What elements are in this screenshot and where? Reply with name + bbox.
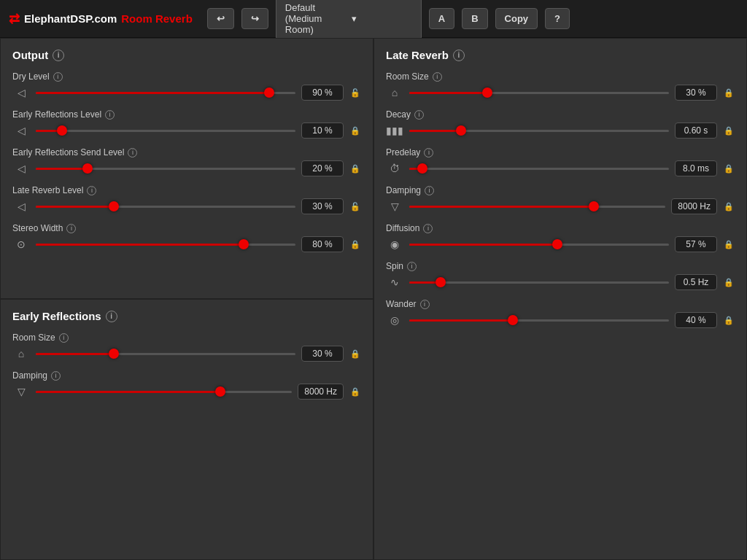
help-button[interactable]: ? — [545, 8, 570, 29]
lock-icon[interactable]: 🔒 — [349, 164, 361, 174]
slider-label-text: Spin — [386, 261, 403, 271]
slider-info-icon[interactable]: i — [407, 262, 417, 271]
slider-label-text: Dry Level — [12, 71, 50, 82]
slider-thumb[interactable] — [456, 125, 466, 136]
slider-info-icon[interactable]: i — [423, 224, 433, 233]
slider-info-icon[interactable]: i — [66, 224, 76, 233]
slider-row: Damping i▽8000 Hz🔒 — [386, 185, 735, 214]
slider-info-icon[interactable]: i — [53, 72, 63, 82]
slider-track[interactable] — [409, 123, 669, 138]
slider-fill — [409, 206, 594, 208]
slider-track[interactable] — [409, 237, 669, 252]
slider-track[interactable] — [36, 199, 295, 214]
late-reverb-info-icon[interactable]: i — [453, 50, 465, 61]
slider-thumb[interactable] — [417, 163, 427, 174]
slider-label: Decay i — [386, 109, 735, 120]
slider-info-icon[interactable]: i — [424, 148, 433, 158]
slider-track[interactable] — [409, 199, 665, 214]
a-button[interactable]: A — [429, 8, 454, 29]
slider-thumb[interactable] — [109, 201, 119, 211]
slider-thumb[interactable] — [552, 239, 562, 249]
slider-thumb[interactable] — [482, 88, 492, 98]
slider-value: 8.0 ms — [675, 160, 717, 176]
slider-fill — [36, 206, 114, 208]
slider-control: ◎40 %🔒 — [386, 312, 735, 328]
preset-dropdown[interactable]: Default (Medium Room) ▾ — [276, 0, 422, 40]
slider-track[interactable] — [409, 161, 669, 176]
lock-icon[interactable]: 🔒 — [723, 240, 735, 249]
late-reverb-panel: Late Reverb i Room Size i⌂30 %🔒Decay i▮▮… — [374, 38, 747, 560]
slider-icon: ⊙ — [12, 238, 30, 250]
lock-icon[interactable]: 🔒 — [349, 126, 361, 136]
slider-thumb[interactable] — [57, 125, 67, 136]
output-info-icon[interactable]: i — [53, 50, 64, 61]
slider-thumb[interactable] — [508, 315, 518, 325]
lock-icon[interactable]: 🔒 — [349, 387, 361, 397]
output-panel: Output i Dry Level i◁90 %🔓Early Reflecti… — [0, 38, 374, 299]
slider-info-icon[interactable]: i — [128, 148, 137, 158]
slider-label: Stereo Width i — [12, 223, 361, 233]
lock-icon[interactable]: 🔒 — [723, 316, 735, 325]
copy-button[interactable]: Copy — [495, 8, 538, 29]
slider-info-icon[interactable]: i — [433, 72, 442, 82]
lock-icon[interactable]: 🔓 — [349, 202, 361, 211]
redo-button[interactable]: ↪ — [241, 8, 268, 29]
slider-row: Dry Level i◁90 %🔓 — [12, 71, 361, 101]
slider-fill — [409, 92, 487, 94]
logo: ⇄ ElephantDSP.com Room Reverb — [9, 11, 193, 27]
slider-thumb[interactable] — [264, 88, 274, 98]
lock-icon[interactable]: 🔒 — [723, 126, 735, 136]
slider-icon: ∿ — [386, 276, 403, 288]
lock-icon[interactable]: 🔒 — [723, 278, 735, 287]
slider-track[interactable] — [36, 346, 295, 361]
slider-value: 90 % — [301, 85, 344, 101]
lock-icon[interactable]: 🔓 — [349, 88, 361, 98]
slider-thumb[interactable] — [589, 201, 599, 211]
slider-fill — [36, 92, 269, 94]
undo-button[interactable]: ↩ — [207, 8, 234, 29]
lock-icon[interactable]: 🔒 — [723, 88, 735, 98]
lock-icon[interactable]: 🔒 — [723, 164, 735, 174]
slider-row: Late Reverb Level i◁30 %🔓 — [12, 185, 361, 214]
slider-row: Stereo Width i⊙80 %🔒 — [12, 223, 361, 252]
slider-label: Early Reflections Send Level i — [12, 147, 361, 158]
slider-value: 30 % — [301, 198, 344, 214]
slider-value: 80 % — [301, 236, 344, 252]
early-reflections-info-icon[interactable]: i — [106, 311, 117, 322]
preset-name: Default (Medium Room) — [285, 2, 346, 35]
slider-thumb[interactable] — [436, 277, 446, 287]
slider-row: Spin i∿0.5 Hz🔒 — [386, 261, 735, 290]
slider-label-text: Wander — [386, 299, 417, 309]
slider-track[interactable] — [36, 384, 292, 399]
slider-thumb[interactable] — [109, 349, 119, 359]
slider-track[interactable] — [36, 123, 295, 138]
slider-info-icon[interactable]: i — [105, 110, 115, 120]
lock-icon[interactable]: 🔒 — [349, 349, 361, 359]
slider-info-icon[interactable]: i — [425, 186, 434, 195]
slider-info-icon[interactable]: i — [414, 110, 424, 120]
slider-track[interactable] — [36, 85, 295, 100]
slider-track[interactable] — [36, 161, 295, 176]
slider-fill — [409, 130, 461, 132]
slider-label-text: Decay — [386, 109, 411, 120]
slider-info-icon[interactable]: i — [51, 371, 61, 381]
slider-info-icon[interactable]: i — [59, 333, 69, 343]
slider-label-text: Early Reflections Level — [12, 109, 101, 120]
slider-control: ◁20 %🔒 — [12, 160, 361, 176]
slider-label: Early Reflections Level i — [12, 109, 361, 120]
b-button[interactable]: B — [462, 8, 487, 29]
slider-track[interactable] — [409, 313, 669, 327]
slider-thumb[interactable] — [215, 386, 225, 397]
slider-info-icon[interactable]: i — [87, 186, 96, 195]
logo-plugin: Room Reverb — [121, 12, 193, 25]
slider-info-icon[interactable]: i — [420, 300, 430, 309]
slider-label-text: Early Reflections Send Level — [12, 147, 124, 158]
slider-control: ▽8000 Hz🔒 — [386, 198, 735, 214]
slider-thumb[interactable] — [82, 163, 93, 174]
lock-icon[interactable]: 🔒 — [723, 202, 735, 211]
slider-thumb[interactable] — [239, 239, 249, 249]
lock-icon[interactable]: 🔒 — [349, 240, 361, 249]
slider-track[interactable] — [409, 275, 669, 289]
slider-track[interactable] — [36, 237, 295, 252]
slider-track[interactable] — [409, 85, 669, 100]
